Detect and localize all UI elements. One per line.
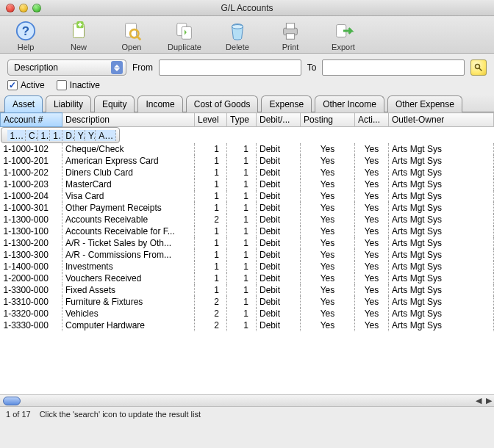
table-row[interactable]: 1-1400-000Investments11DebitYesYesArts M… (1, 261, 494, 272)
table-row[interactable]: 1-3320-000Vehicles21DebitYesYesArts Mgt … (1, 308, 494, 319)
close-window-button[interactable] (6, 4, 15, 12)
table-header-row: Account # Description Level Type Debit/.… (1, 113, 494, 127)
search-button[interactable] (470, 59, 487, 76)
col-type[interactable]: Type (227, 113, 257, 127)
cell-active: Yes (355, 167, 389, 178)
print-label: Print (282, 43, 299, 51)
horizontal-scrollbar[interactable]: ◀ ▶ (0, 394, 494, 406)
print-button[interactable]: Print (272, 19, 309, 51)
export-button[interactable]: Export (325, 19, 362, 51)
table-row[interactable]: 1-1000-203MasterCard11DebitYesYesArts Mg… (1, 178, 494, 190)
cell-posting: Yes (301, 143, 355, 155)
svg-point-14 (476, 65, 480, 69)
cell-posting: Yes (75, 130, 85, 141)
table-row[interactable]: 1-1000-202Diners Club Card11DebitYesYesA… (1, 167, 494, 178)
table-row[interactable]: 1-1000-101Cash11DebitYesYesArts Mgt Sys (1, 127, 120, 143)
duplicate-button[interactable]: Duplicate (166, 19, 203, 51)
table-row[interactable]: 1-1300-000Accounts Receivable21DebitYesY… (1, 214, 494, 225)
table-row[interactable]: 1-3310-000Furniture & Fixtures21DebitYes… (1, 296, 494, 308)
table-row[interactable]: 1-1300-200A/R - Ticket Sales by Oth...11… (1, 237, 494, 249)
cell-outlet-owner: Arts Mgt Sys (389, 202, 494, 214)
cell-account: 1-1400-000 (1, 261, 62, 272)
cell-debit-credit: Debit (257, 308, 301, 319)
to-input[interactable] (322, 59, 465, 76)
col-posting[interactable]: Posting (301, 113, 355, 127)
zoom-window-button[interactable] (32, 4, 41, 12)
svg-text:?: ? (22, 24, 29, 38)
cell-type: 1 (227, 143, 257, 155)
col-debit-credit[interactable]: Debit/... (257, 113, 301, 127)
cell-account: 1-1300-000 (1, 214, 62, 225)
table-row[interactable]: 1-2000-000Vouchers Received11DebitYesYes… (1, 272, 494, 284)
new-icon (67, 19, 90, 43)
cell-posting: Yes (301, 237, 355, 249)
cell-posting: Yes (301, 296, 355, 308)
duplicate-label: Duplicate (168, 43, 201, 51)
from-input[interactable] (159, 59, 301, 76)
tab-liability[interactable]: Liability (46, 95, 91, 112)
cell-type: 1 (227, 202, 257, 214)
minimize-window-button[interactable] (19, 4, 28, 12)
active-checkbox[interactable]: Active (7, 80, 45, 90)
table-row[interactable]: 1-1000-201American Express Card11DebitYe… (1, 155, 494, 167)
col-account[interactable]: Account # (1, 113, 62, 127)
table-row[interactable]: 1-3330-000Computer Hardware21DebitYesYes… (1, 319, 494, 331)
tab-cost-of-goods[interactable]: Cost of Goods (186, 95, 259, 112)
col-level[interactable]: Level (195, 113, 227, 127)
cell-outlet-owner: Arts Mgt Sys (389, 237, 494, 249)
search-field-selector[interactable]: Description (7, 59, 126, 76)
cell-level: 1 (195, 272, 227, 284)
inactive-checkbox[interactable]: Inactive (57, 80, 100, 90)
cell-type: 1 (227, 237, 257, 249)
tab-asset[interactable]: Asset (4, 95, 43, 112)
svg-line-15 (479, 68, 482, 71)
cell-description: Vehicles (62, 308, 195, 319)
col-active[interactable]: Acti... (355, 113, 389, 127)
table-row[interactable]: 1-1300-300A/R - Commissions From...11Deb… (1, 249, 494, 261)
cell-debit-credit: Debit (257, 225, 301, 237)
cell-level: 1 (195, 155, 227, 167)
titlebar: G/L Accounts (0, 0, 494, 16)
tab-expense[interactable]: Expense (261, 95, 312, 112)
dropdown-caret-icon (111, 61, 123, 74)
table-row[interactable]: 1-1000-204Visa Card11DebitYesYesArts Mgt… (1, 190, 494, 202)
delete-button[interactable]: Delete (219, 19, 256, 51)
cell-posting: Yes (301, 319, 355, 331)
col-description[interactable]: Description (62, 113, 195, 127)
open-button[interactable]: Open (113, 19, 150, 51)
cell-active: Yes (355, 202, 389, 214)
cell-debit-credit: Debit (257, 237, 301, 249)
svg-point-9 (232, 25, 243, 29)
help-button[interactable]: ? Help (7, 19, 44, 51)
new-button[interactable]: New (60, 19, 97, 51)
search-icon (474, 63, 483, 72)
cell-outlet-owner: Arts Mgt Sys (389, 261, 494, 272)
print-icon (279, 19, 302, 43)
cell-active: Yes (355, 214, 389, 225)
cell-outlet-owner: Arts Mgt Sys (389, 143, 494, 155)
cell-level: 1 (195, 261, 227, 272)
tab-other-income[interactable]: Other Income (315, 95, 384, 112)
table-row[interactable]: 1-1000-301Other Payment Receipts11DebitY… (1, 202, 494, 214)
cell-active: Yes (355, 249, 389, 261)
table-row[interactable]: 1-3300-000Fixed Assets11DebitYesYesArts … (1, 284, 494, 296)
cell-level: 1 (195, 284, 227, 296)
table-row[interactable]: 1-1300-100Accounts Receivable for F...11… (1, 225, 494, 237)
cell-account: 1-1000-203 (1, 178, 62, 190)
table-row[interactable]: 1-1000-102Cheque/Check11DebitYesYesArts … (1, 143, 494, 155)
cell-active: Yes (355, 296, 389, 308)
scroll-left-button[interactable]: ◀ (473, 396, 484, 406)
tab-other-expense[interactable]: Other Expense (387, 95, 462, 112)
tab-income[interactable]: Income (137, 95, 182, 112)
cell-outlet-owner: Arts Mgt Sys (389, 178, 494, 190)
cell-account: 1-1000-204 (1, 190, 62, 202)
cell-description: Cash (26, 130, 38, 141)
cell-description: Accounts Receivable (62, 214, 195, 225)
cell-account: 1-1300-200 (1, 237, 62, 249)
checkbox-unchecked-icon (57, 80, 67, 90)
scroll-right-button[interactable]: ▶ (484, 396, 494, 406)
scrollbar-thumb[interactable] (3, 397, 21, 405)
col-outlet-owner[interactable]: Outlet-Owner (389, 113, 494, 127)
tab-equity[interactable]: Equity (94, 95, 135, 112)
cell-account: 1-2000-000 (1, 272, 62, 284)
